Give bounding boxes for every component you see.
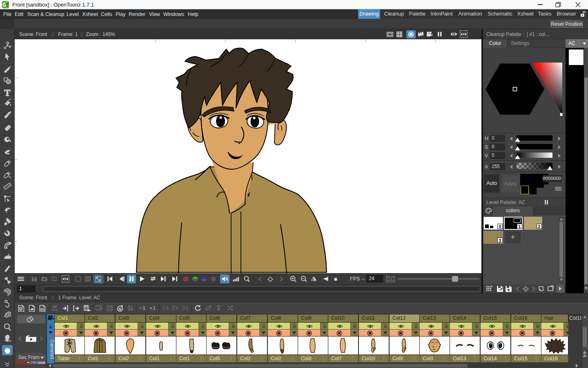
- svg-text:N: N: [119, 307, 122, 311]
